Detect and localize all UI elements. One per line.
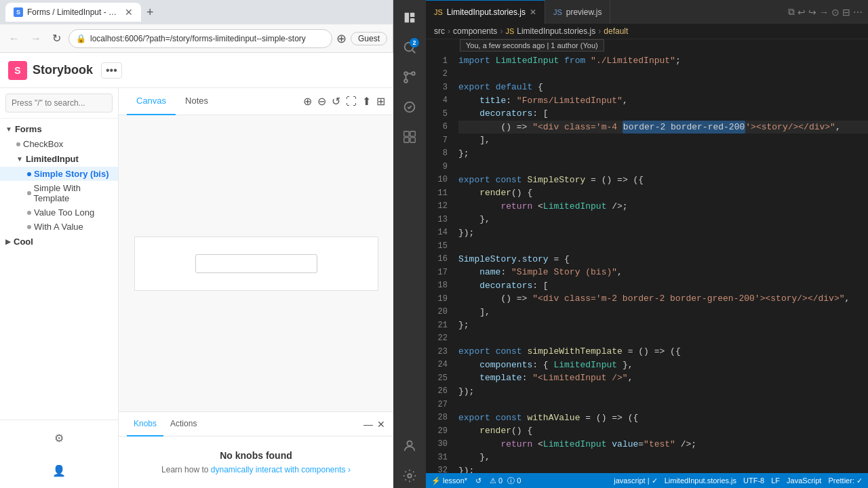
- status-encoding[interactable]: UTF-8: [743, 476, 764, 485]
- status-prettier[interactable]: Prettier: ✓: [828, 476, 863, 485]
- sidebar-item-simple-story-bis-label: Simple Story (bis): [34, 169, 109, 179]
- no-knobs-link[interactable]: dynamically interact with components ›: [211, 465, 351, 474]
- open-in-browser-button[interactable]: ⊙: [831, 7, 840, 18]
- code-line-22: [458, 332, 868, 346]
- new-tab-button[interactable]: +: [144, 5, 157, 20]
- dot-icon-4: [27, 211, 31, 215]
- tab-close-icon[interactable]: ✕: [530, 7, 536, 17]
- sidebar-item-simple-with-template[interactable]: Simple With Template: [0, 181, 118, 205]
- activity-extensions[interactable]: [397, 125, 422, 149]
- zoom-in-button[interactable]: ⊕: [303, 95, 312, 108]
- layout-button[interactable]: ⊟: [842, 7, 850, 18]
- code-editor[interactable]: 1 2 3 4 5 6 7 8 9 10 11 12 13 14: [426, 52, 868, 473]
- code-line-2: [458, 68, 868, 81]
- code-line-14: });: [458, 226, 868, 240]
- status-errors[interactable]: ⚠ 0 ⓘ 0: [490, 476, 521, 486]
- breadcrumb-src: src: [434, 26, 445, 36]
- knobs-minimize-button[interactable]: —: [363, 419, 373, 430]
- svg-rect-1: [410, 13, 414, 17]
- tab-notes[interactable]: Notes: [176, 88, 218, 115]
- canvas-tab-icons: ⊕ ⊖ ↺ ⛶ ⬆ ⊞: [303, 95, 385, 108]
- code-line-6: () => "<div class='m-4 border-2 border-r…: [458, 121, 868, 134]
- limited-input-preview[interactable]: [195, 254, 317, 273]
- sidebar-group-forms-header[interactable]: ▼ Forms: [0, 121, 118, 137]
- status-sync[interactable]: ↺: [475, 476, 481, 485]
- code-line-15: [458, 239, 868, 253]
- status-filename[interactable]: LimitedInput.stories.js: [665, 476, 736, 485]
- code-line-32: });: [458, 464, 868, 474]
- activity-git[interactable]: [397, 65, 422, 89]
- code-line-19: () => "<div class='m-2 border-2 border-g…: [458, 292, 868, 306]
- canvas-preview: [119, 115, 393, 411]
- code-line-5: decorators: [: [458, 107, 868, 121]
- forward-nav-button[interactable]: →: [819, 7, 829, 18]
- split-editor-button[interactable]: ⧉: [788, 6, 795, 18]
- sidebar-item-checkbox-label: CheckBox: [23, 139, 63, 149]
- sidebar-icon-2[interactable]: 👤: [47, 458, 71, 483]
- dot-icon-3: [27, 191, 31, 195]
- js-file-icon: JS: [434, 8, 443, 16]
- zoom-out-button[interactable]: ⊖: [317, 95, 326, 108]
- tab-close-button[interactable]: ✕: [125, 7, 133, 18]
- share-button[interactable]: ⬆: [362, 95, 371, 108]
- tab-actions[interactable]: Actions: [163, 412, 203, 436]
- sidebar-group-forms: ▼ Forms CheckBox ▼: [0, 121, 118, 234]
- settings-button[interactable]: ⊞: [376, 95, 385, 108]
- breadcrumb: src › components › JS LimitedInput.stori…: [426, 24, 868, 39]
- guest-button[interactable]: Guest: [351, 32, 387, 45]
- zoom-reset-button[interactable]: ↺: [332, 95, 340, 108]
- extensions-icon[interactable]: ⊕: [336, 31, 347, 46]
- activity-explorer[interactable]: [397, 5, 422, 30]
- code-line-11: render() {: [458, 186, 868, 200]
- search-input[interactable]: [5, 94, 113, 113]
- activity-accounts[interactable]: [397, 434, 422, 458]
- more-actions-button[interactable]: ⋯: [853, 7, 863, 18]
- storybook-more-button[interactable]: •••: [101, 62, 122, 79]
- activity-search[interactable]: 2: [397, 35, 422, 60]
- chevron-right-icon: ▶: [5, 238, 11, 245]
- status-language[interactable]: JavaScript: [787, 476, 821, 485]
- reload-button[interactable]: ↻: [49, 30, 64, 46]
- sidebar-item-checkbox[interactable]: CheckBox: [0, 137, 118, 151]
- sidebar-group-cool-label: Cool: [14, 237, 33, 247]
- undo-button[interactable]: ↩: [797, 7, 806, 18]
- canvas-inner: [134, 237, 378, 291]
- sidebar-icon-1[interactable]: ⚙: [47, 426, 71, 450]
- sidebar-group-limitedinput-label: LimitedInput: [26, 154, 79, 164]
- line-numbers: 1 2 3 4 5 6 7 8 9 10 11 12 13 14: [426, 52, 453, 473]
- address-bar[interactable]: 🔒 localhost:6006/?path=/story/forms-limi…: [68, 29, 332, 48]
- forward-button[interactable]: →: [27, 31, 45, 46]
- redo-button[interactable]: ↪: [808, 7, 816, 18]
- back-button[interactable]: ←: [5, 31, 23, 46]
- activity-debug[interactable]: [397, 95, 422, 119]
- browser-controls: ← → ↻ 🔒 localhost:6006/?path=/story/form…: [0, 24, 393, 53]
- storybook-header: S Storybook •••: [0, 53, 393, 88]
- status-eol[interactable]: LF: [771, 476, 780, 485]
- code-line-13: },: [458, 213, 868, 226]
- knobs-content: No knobs found Learn how to dynamically …: [119, 436, 393, 488]
- breadcrumb-sep1: ›: [448, 26, 450, 36]
- code-line-21: };: [458, 319, 868, 332]
- sidebar-search[interactable]: [0, 88, 118, 119]
- knobs-close-button[interactable]: ✕: [377, 419, 385, 430]
- sidebar-group-limitedinput-header[interactable]: ▼ LimitedInput: [0, 151, 118, 167]
- active-tab[interactable]: S Forms / LimitedInput - Simple … ✕: [5, 3, 141, 22]
- breadcrumb-last: default: [604, 26, 628, 36]
- status-javascript[interactable]: javascript | ✓: [614, 476, 657, 485]
- tab-knobs[interactable]: Knobs: [127, 412, 163, 436]
- fullscreen-button[interactable]: ⛶: [346, 96, 357, 108]
- sidebar-item-simple-story-bis[interactable]: Simple Story (bis): [0, 167, 118, 181]
- vscode-tab-stories-label: LimitedInput.stories.js: [447, 7, 526, 17]
- status-lesson[interactable]: ⚡ lesson*: [431, 476, 467, 485]
- vscode-tab-preview[interactable]: JS preview.js: [545, 0, 611, 24]
- sidebar-bottom-icons: ⚙ 👤: [0, 420, 118, 488]
- code-line-23: export const simpleWithTemplate = () => …: [458, 345, 868, 359]
- sidebar-item-with-a-value[interactable]: With A Value: [0, 220, 118, 234]
- svg-rect-0: [405, 13, 409, 23]
- sidebar-group-cool-header[interactable]: ▶ Cool: [0, 234, 118, 249]
- tab-canvas[interactable]: Canvas: [127, 88, 176, 115]
- vscode-tab-stories[interactable]: JS LimitedInput.stories.js ✕: [426, 0, 545, 24]
- activity-settings[interactable]: [397, 464, 422, 488]
- tab-title: Forms / LimitedInput - Simple …: [27, 7, 121, 17]
- sidebar-item-value-too-long[interactable]: Value Too Long: [0, 205, 118, 220]
